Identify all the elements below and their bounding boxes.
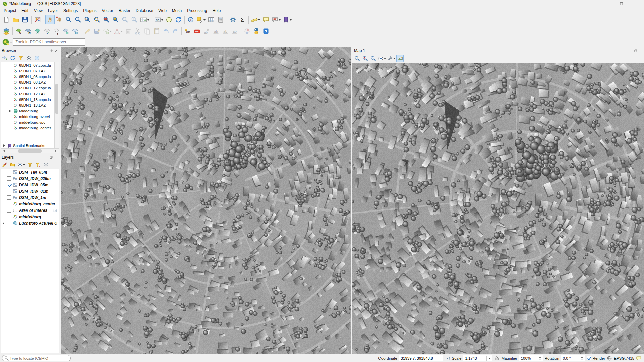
- menu-mesh[interactable]: Mesh: [169, 8, 184, 14]
- measure-line[interactable]: [250, 15, 261, 24]
- open-attribute-table[interactable]: [207, 15, 216, 24]
- map1-map-settings[interactable]: [387, 55, 396, 62]
- layers-close-button[interactable]: [54, 156, 58, 159]
- spinner-arrows[interactable]: [538, 356, 542, 361]
- add-point-cloud-layer[interactable]: [42, 26, 52, 36]
- pan-to-selection[interactable]: [55, 15, 64, 24]
- layer-checkbox-area-of-interes[interactable]: [7, 208, 11, 213]
- help-contents[interactable]: ?: [261, 26, 271, 36]
- new-3d-map-view[interactable]: 3D: [153, 15, 164, 24]
- layer-item-middelburg[interactable]: middelburg: [1, 214, 59, 220]
- layer-checkbox-dsm-tin-05m[interactable]: [7, 170, 11, 174]
- menu-database[interactable]: Database: [133, 8, 156, 14]
- minimize-button[interactable]: [599, 0, 614, 7]
- add-vector-layer[interactable]: V: [14, 26, 23, 36]
- browser-horizontal-scrollbar[interactable]: [1, 148, 59, 153]
- extents-icon[interactable]: [445, 356, 450, 361]
- browser-float-button[interactable]: [49, 49, 53, 53]
- zoom-to-layer[interactable]: [111, 15, 120, 24]
- metasearch-icon[interactable]: [2, 38, 12, 46]
- layer-item-dsm-idw-05m[interactable]: DSM_IDW_05m: [1, 182, 59, 188]
- zoom-in[interactable]: [64, 15, 73, 24]
- menu-help[interactable]: Help: [210, 8, 224, 14]
- add-spatialite-layer[interactable]: [61, 26, 70, 36]
- temporal-controller[interactable]: [164, 15, 174, 24]
- messages-icon[interactable]: [636, 356, 641, 361]
- scrollbar-thumb[interactable]: [18, 149, 42, 153]
- browser-item-middelburg-center[interactable]: middelburg_center: [1, 125, 59, 131]
- collapse-all[interactable]: [25, 54, 33, 62]
- layer-checkbox-dsm-idw-1m[interactable]: [7, 195, 11, 200]
- layer-checkbox-dsm-idw-01m[interactable]: [7, 189, 11, 193]
- select-features[interactable]: [195, 15, 207, 24]
- map1-zoom-out[interactable]: [369, 55, 377, 62]
- browser-item-65dn1-12-copc-la[interactable]: 65DN1_12.copc.la: [1, 85, 59, 91]
- new-map-view-dropdown[interactable]: [147, 19, 149, 22]
- browser-close-button[interactable]: [54, 49, 58, 53]
- zoom-out[interactable]: [73, 15, 83, 24]
- menu-raster[interactable]: Raster: [116, 8, 133, 14]
- browser-item-spatial-bookmarks[interactable]: Spatial Bookmarks: [1, 143, 54, 148]
- show-spatial-bookmarks-dropdown[interactable]: [290, 19, 292, 22]
- layer-item-label[interactable]: middelburg_center: [19, 202, 55, 206]
- expand-arrow-icon[interactable]: [2, 222, 6, 225]
- locate-search[interactable]: [2, 355, 71, 361]
- rotation-spinner[interactable]: 0.0 °: [561, 355, 585, 361]
- add-delimited-text-layer[interactable]: ,: [52, 26, 61, 36]
- new-annotation-dropdown[interactable]: [279, 19, 281, 22]
- zoom-full[interactable]: [92, 15, 102, 24]
- map1-view-settings-dropdown[interactable]: [384, 58, 386, 60]
- layer-item-dsm-idw-01m[interactable]: DSM_IDW_01m: [1, 188, 59, 194]
- add-selected-layers[interactable]: [1, 54, 8, 62]
- manage-map-themes[interactable]: [17, 161, 25, 168]
- expand-arrow-icon[interactable]: [9, 110, 12, 112]
- browser-item-middelburg-overvi[interactable]: middelburg-overvi: [1, 114, 59, 119]
- layer-labeling-options[interactable]: abc: [192, 26, 202, 36]
- browser-item-middelburg[interactable]: Middelburg: [1, 108, 59, 114]
- browser-properties[interactable]: i: [33, 54, 41, 62]
- menu-vector[interactable]: Vector: [99, 8, 116, 14]
- menu-view[interactable]: View: [31, 8, 45, 14]
- scrollbar-thumb[interactable]: [55, 84, 58, 114]
- map1-map-settings-dropdown[interactable]: [393, 58, 395, 60]
- layer-item-label[interactable]: DSM_IDW_025m: [19, 176, 51, 181]
- layer-checkbox-middelburg-center[interactable]: [7, 202, 11, 206]
- statistical-summary[interactable]: Σ: [238, 15, 247, 24]
- scroll-right-arrow[interactable]: [55, 149, 58, 152]
- open-project[interactable]: [11, 15, 20, 24]
- add-mesh-layer[interactable]: [33, 26, 42, 36]
- refresh-map[interactable]: [174, 15, 183, 24]
- locate-input[interactable]: [10, 356, 68, 360]
- map-canvas-main[interactable]: [61, 47, 351, 354]
- new-project[interactable]: [2, 15, 11, 24]
- open-data-source-manager[interactable]: [2, 26, 11, 36]
- expand-arrow-icon[interactable]: [3, 144, 6, 147]
- measure-line-dropdown[interactable]: [258, 19, 260, 22]
- map1-float-button[interactable]: [634, 49, 637, 53]
- map1-close-button[interactable]: [639, 49, 642, 53]
- layer-checkbox-middelburg[interactable]: [7, 215, 11, 219]
- browser-item-65dn1-08-laz[interactable]: 65DN1_08.LAZ: [1, 79, 59, 85]
- show-spatial-bookmarks[interactable]: [282, 15, 293, 24]
- menu-settings[interactable]: Settings: [61, 8, 80, 14]
- layer-checkbox-luchtfoto-actueel-o[interactable]: [7, 221, 11, 225]
- menu-layer[interactable]: Layer: [45, 8, 61, 14]
- field-calculator[interactable]: [216, 15, 225, 24]
- expand-collapse-all[interactable]: [42, 161, 50, 168]
- browser-item-65dn1-07-copc-la[interactable]: 65DN1_07.copc.la: [1, 62, 59, 68]
- refresh-browser[interactable]: [9, 54, 16, 62]
- browser-vertical-scrollbar[interactable]: [54, 62, 59, 148]
- layer-item-label[interactable]: DSM_IDW_05m: [19, 183, 48, 187]
- layer-item-area-of-interes[interactable]: Area of interes: [1, 207, 59, 214]
- layer-item-label[interactable]: middelburg: [19, 215, 41, 219]
- browser-item-65dn1-08-copc-la[interactable]: 65DN1_08.copc.la: [1, 74, 59, 79]
- select-features-dropdown[interactable]: [203, 19, 206, 22]
- layer-labeling[interactable]: ab: [183, 26, 192, 36]
- open-layer-styling[interactable]: [1, 161, 8, 168]
- add-group[interactable]: [9, 161, 16, 168]
- layer-item-label[interactable]: DSM_IDW_1m: [19, 195, 46, 200]
- close-button[interactable]: [629, 0, 644, 7]
- layer-item-label[interactable]: Luchtfoto Actueel O: [19, 221, 57, 226]
- menu-project[interactable]: Project: [1, 8, 19, 14]
- browser-item-65dn1-13-laz[interactable]: 65DN1_13.LAZ: [1, 102, 59, 108]
